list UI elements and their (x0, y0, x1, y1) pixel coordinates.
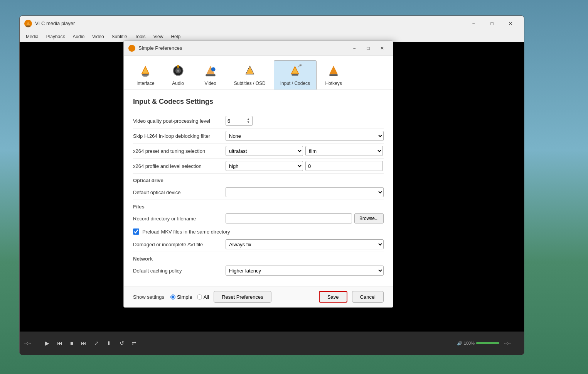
x264-level-input[interactable] (305, 161, 383, 171)
dialog-app-icon (128, 45, 135, 52)
tab-interface[interactable]: Interface (130, 60, 161, 90)
all-radio[interactable] (197, 294, 202, 300)
default-caching-control: Higher latency Default Lower latency Low… (226, 266, 384, 276)
tab-video-label: Video (204, 81, 216, 86)
svg-rect-6 (142, 74, 149, 76)
x264-profile-combo-group: baseline main high high10 high422 high44… (226, 161, 384, 171)
video-quality-row: Video quality post-processing level 6 ▲ … (133, 113, 384, 129)
x264-preset-control: ultrafast superfast veryfast faster fast… (226, 146, 384, 156)
dialog-maximize-button[interactable]: □ (362, 44, 374, 53)
svg-point-10 (177, 70, 179, 72)
default-caching-row: Default caching policy Higher latency De… (133, 263, 384, 278)
tab-interface-label: Interface (136, 81, 155, 86)
dialog-titlebar: Simple Preferences − □ ✕ (124, 41, 393, 56)
tab-audio-icon (170, 64, 186, 79)
default-caching-select[interactable]: Higher latency Default Lower latency Low… (226, 266, 384, 276)
optical-drive-section-header: Optical drive (133, 174, 384, 185)
damaged-avi-control: Always fix Ask Fix when necessary Never … (226, 239, 384, 249)
svg-marker-3 (130, 46, 133, 49)
all-radio-label[interactable]: All (197, 294, 209, 300)
show-settings-radio-group: Simple All (170, 294, 209, 300)
x264-preset-label: x264 preset and tuning selection (133, 148, 226, 154)
record-dir-control: Browse... (226, 213, 384, 223)
x264-profile-row: x264 profile and level selection baselin… (133, 159, 384, 174)
skip-h264-label: Skip H.264 in-loop deblocking filter (133, 133, 226, 139)
tab-subtitles-label: Subtitles / OSD (234, 81, 266, 86)
tab-video[interactable]: Video (195, 60, 226, 90)
default-optical-row: Default optical device (133, 185, 384, 200)
dialog-footer: Show settings Simple All Reset Preferenc… (124, 286, 393, 307)
reset-preferences-button[interactable]: Reset Preferences (214, 291, 271, 303)
network-section-header: Network (133, 252, 384, 263)
svg-rect-11 (177, 65, 179, 68)
x264-profile-select[interactable]: baseline main high high10 high422 high44… (226, 161, 303, 171)
tab-bar: Interface Audio (124, 56, 393, 90)
svg-point-13 (211, 67, 216, 71)
default-optical-label: Default optical device (133, 190, 226, 195)
video-quality-control: 6 ▲ ▼ (226, 116, 384, 126)
skip-h264-row: Skip H.264 in-loop deblocking filter Non… (133, 129, 384, 144)
dialog-window-controls: − □ ✕ (348, 44, 388, 53)
dialog-close-button[interactable]: ✕ (376, 44, 388, 53)
tab-hotkeys-label: Hotkeys (325, 81, 342, 86)
preload-mkv-label: Preload MKV files in the same directory (142, 229, 230, 235)
svg-rect-14 (206, 74, 215, 76)
default-optical-control (226, 187, 384, 197)
simple-radio[interactable] (170, 294, 175, 300)
dialog-title-text: Simple Preferences (138, 45, 348, 51)
video-quality-spinbox[interactable]: 6 ▲ ▼ (226, 116, 253, 126)
x264-tuning-select[interactable]: film animation grain stillimage psnr ssi… (305, 146, 383, 156)
dialog-overlay: Simple Preferences − □ ✕ Interfa (0, 0, 588, 374)
svg-marker-23 (329, 66, 338, 74)
skip-h264-control: None All Non-ref (226, 131, 384, 141)
video-quality-label: Video quality post-processing level (133, 118, 226, 124)
cancel-button[interactable]: Cancel (352, 291, 384, 303)
preload-mkv-row: Preload MKV files in the same directory (133, 226, 384, 237)
record-dir-label: Record directory or filename (133, 216, 226, 222)
show-settings-label: Show settings (133, 294, 164, 300)
default-optical-select[interactable] (226, 187, 384, 197)
x264-preset-select[interactable]: ultrafast superfast veryfast faster fast… (226, 146, 303, 156)
default-caching-label: Default caching policy (133, 268, 226, 274)
preferences-dialog: Simple Preferences − □ ✕ Interfa (123, 41, 393, 308)
tab-audio[interactable]: Audio (163, 60, 194, 90)
tab-interface-icon (138, 64, 153, 79)
x264-profile-label: x264 profile and level selection (133, 163, 226, 169)
preload-mkv-checkbox[interactable] (133, 228, 139, 235)
tab-subtitles[interactable]: Subtitles / OSD (227, 60, 272, 90)
tab-input-codecs-label: Input / Codecs (280, 81, 310, 86)
files-section-header: Files (133, 200, 384, 211)
svg-rect-24 (329, 74, 338, 76)
record-dir-input[interactable] (226, 213, 352, 223)
tab-video-icon (203, 64, 218, 79)
skip-h264-select[interactable]: None All Non-ref (226, 131, 384, 141)
tab-input-codecs-icon (287, 64, 303, 79)
simple-radio-label[interactable]: Simple (170, 294, 192, 300)
tab-hotkeys[interactable]: Hotkeys (318, 60, 349, 90)
x264-profile-control: baseline main high high10 high422 high44… (226, 161, 384, 171)
x264-preset-combo-group: ultrafast superfast veryfast faster fast… (226, 146, 384, 156)
damaged-avi-row: Damaged or incomplete AVI file Always fi… (133, 237, 384, 252)
save-button[interactable]: Save (319, 291, 347, 303)
simple-label: Simple (177, 294, 192, 300)
tab-hotkeys-icon (326, 64, 341, 79)
video-quality-value: 6 (227, 118, 230, 124)
damaged-avi-label: Damaged or incomplete AVI file (133, 242, 226, 247)
svg-rect-20 (291, 74, 298, 76)
dialog-body: Input & Codecs Settings Video quality po… (124, 90, 393, 286)
record-dir-row: Record directory or filename Browse... (133, 211, 384, 226)
damaged-avi-select[interactable]: Always fix Ask Fix when necessary Never … (226, 239, 384, 249)
dialog-minimize-button[interactable]: − (348, 44, 361, 53)
x264-preset-row: x264 preset and tuning selection ultrafa… (133, 144, 384, 159)
browse-button[interactable]: Browse... (354, 213, 384, 223)
section-title: Input & Codecs Settings (133, 98, 384, 106)
svg-rect-7 (143, 76, 148, 77)
spinbox-down[interactable]: ▼ (246, 121, 251, 124)
tab-subtitles-icon (242, 64, 258, 79)
all-label: All (204, 294, 209, 300)
tab-audio-label: Audio (172, 81, 184, 86)
tab-input-codecs[interactable]: Input / Codecs (274, 60, 317, 90)
